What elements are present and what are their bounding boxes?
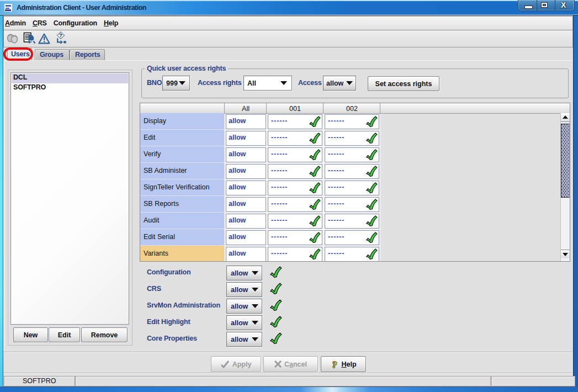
- svg-text:?: ?: [332, 359, 337, 369]
